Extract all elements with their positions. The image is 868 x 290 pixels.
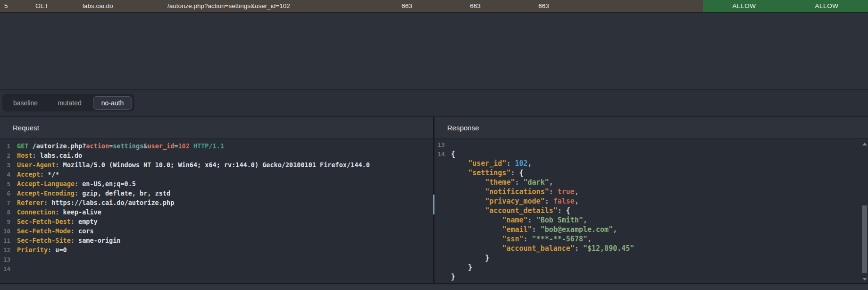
- code-text: User-Agent: Mozilla/5.0 (Windows NT 10.0…: [17, 161, 370, 169]
- line-number: 10: [0, 228, 10, 235]
- code-line: 1GET /autorize.php?action=settings&user_…: [0, 141, 433, 151]
- tab-no-auth[interactable]: no-auth: [93, 96, 132, 110]
- code-line: "privacy_mode": false,: [434, 196, 868, 206]
- code-text: }: [451, 263, 472, 272]
- code-line: 12Priority: u=0: [0, 245, 433, 255]
- code-text: "notifications": true,: [451, 188, 579, 196]
- line-number: 9: [0, 218, 10, 225]
- code-text: Referer: https://labs.cai.do/autorize.ph…: [17, 199, 174, 206]
- line-number: 2: [0, 152, 10, 159]
- code-text: "ssn": "***-**-5678",: [451, 235, 592, 243]
- code-text: Host: labs.cai.do: [17, 152, 82, 159]
- code-line: 13: [434, 140, 868, 149]
- response-panel: Response 1314{ "user_id": 102, "settings…: [434, 117, 868, 283]
- code-text: "account_balance": "$12,890.45": [451, 244, 634, 253]
- response-title: Response: [447, 124, 479, 132]
- panels-container: Request 1GET /autorize.php?action=settin…: [0, 117, 868, 283]
- code-text: Accept: */*: [17, 171, 59, 178]
- request-code-viewer[interactable]: 1GET /autorize.php?action=settings&user_…: [0, 139, 433, 283]
- code-line: "ssn": "***-**-5678",: [434, 234, 868, 244]
- code-line: }: [434, 263, 868, 272]
- code-text: Accept-Encoding: gzip, deflate, br, zstd: [17, 189, 170, 197]
- line-number: 8: [0, 209, 10, 216]
- code-line: 11Sec-Fetch-Site: same-origin: [0, 236, 433, 245]
- code-line: 7Referer: https://labs.cai.do/autorize.p…: [0, 198, 433, 207]
- code-line: 4Accept: */*: [0, 170, 433, 179]
- view-tabbar: baseline mutated no-auth: [0, 90, 868, 116]
- code-line: "email": "bob@example.com",: [434, 225, 868, 234]
- code-line: "settings": {: [434, 168, 868, 178]
- code-line: 14{: [434, 149, 868, 159]
- request-panel: Request 1GET /autorize.php?action=settin…: [0, 117, 433, 283]
- cell-length-3: 663: [509, 0, 578, 12]
- cell-method: GET: [33, 0, 83, 12]
- line-number: 11: [0, 237, 10, 244]
- cell-request-id: 5: [0, 0, 33, 12]
- code-text: Sec-Fetch-Site: same-origin: [17, 237, 120, 244]
- code-line: 2Host: labs.cai.do: [0, 151, 433, 160]
- cell-verdict-1: ALLOW: [703, 0, 785, 12]
- request-table-row[interactable]: 5 GET labs.cai.do /autorize.php?action=s…: [0, 0, 868, 12]
- line-number: 4: [0, 171, 10, 178]
- cell-host: labs.cai.do: [83, 0, 167, 12]
- code-text: "email": "bob@example.com",: [451, 225, 617, 234]
- code-text: Sec-Fetch-Mode: cors: [17, 227, 94, 235]
- code-line: "notifications": true,: [434, 187, 868, 196]
- cell-spacer: [578, 0, 703, 12]
- line-number: 6: [0, 190, 10, 197]
- code-text: Priority: u=0: [17, 246, 67, 254]
- code-line: "name": "Bob Smith",: [434, 215, 868, 225]
- request-panel-header: Request: [0, 117, 433, 139]
- line-number: 1: [0, 143, 10, 150]
- code-line: 8Connection: keep-alive: [0, 207, 433, 217]
- code-line: 6Accept-Encoding: gzip, deflate, br, zst…: [0, 188, 433, 198]
- line-number: 14: [0, 265, 10, 273]
- line-number: 13: [0, 256, 10, 263]
- code-line: 13: [0, 255, 433, 264]
- cell-path: /autorize.php?action=settings&user_id=10…: [167, 0, 373, 12]
- code-text: Sec-Fetch-Dest: empty: [17, 218, 98, 225]
- line-number: 3: [0, 162, 10, 169]
- line-number: 12: [0, 247, 10, 254]
- line-number: 13: [434, 141, 445, 148]
- line-number: 5: [0, 180, 10, 188]
- code-line: }: [434, 272, 868, 281]
- request-title: Request: [13, 124, 39, 132]
- code-text: "user_id": 102,: [451, 159, 532, 168]
- scrollbar-thumb[interactable]: [862, 205, 867, 273]
- code-text: Accept-Language: en-US,en;q=0.5: [17, 180, 136, 188]
- cell-length-1: 663: [373, 0, 441, 12]
- tab-mutated[interactable]: mutated: [49, 96, 90, 110]
- response-code-viewer[interactable]: 1314{ "user_id": 102, "settings": { "the…: [434, 139, 868, 283]
- code-line: 3User-Agent: Mozilla/5.0 (Windows NT 10.…: [0, 160, 433, 170]
- cell-length-2: 663: [441, 0, 509, 12]
- code-text: Connection: keep-alive: [17, 208, 101, 216]
- code-line: 9Sec-Fetch-Dest: empty: [0, 217, 433, 226]
- tab-group: baseline mutated no-auth: [2, 94, 134, 111]
- scroll-down-icon[interactable]: [862, 278, 867, 281]
- code-line: }: [434, 253, 868, 263]
- table-empty-area: [0, 13, 868, 89]
- code-line: 10Sec-Fetch-Mode: cors: [0, 226, 433, 236]
- response-panel-header: Response: [434, 117, 868, 139]
- code-text: "privacy_mode": false,: [451, 197, 579, 205]
- code-line: 14: [0, 264, 433, 273]
- cell-verdict-2: ALLOW: [785, 0, 868, 12]
- scroll-up-icon[interactable]: [862, 143, 867, 145]
- code-text: GET /autorize.php?action=settings&user_i…: [17, 142, 224, 150]
- tab-baseline[interactable]: baseline: [5, 96, 46, 110]
- code-text: "theme": "dark",: [451, 178, 553, 187]
- code-text: }: [451, 273, 455, 281]
- code-text: "name": "Bob Smith",: [451, 216, 587, 224]
- horizontal-scrollbar-track[interactable]: [0, 283, 868, 290]
- code-line: "theme": "dark",: [434, 178, 868, 187]
- code-text: {: [451, 150, 455, 158]
- code-line: "account_balance": "$12,890.45": [434, 244, 868, 253]
- code-text: "account_details": {: [451, 206, 570, 215]
- code-line: "account_details": {: [434, 206, 868, 215]
- code-line: 5Accept-Language: en-US,en;q=0.5: [0, 179, 433, 188]
- code-text: }: [451, 254, 489, 262]
- response-scrollbar[interactable]: [861, 140, 868, 283]
- line-number: 14: [434, 151, 445, 158]
- code-text: "settings": {: [451, 169, 524, 177]
